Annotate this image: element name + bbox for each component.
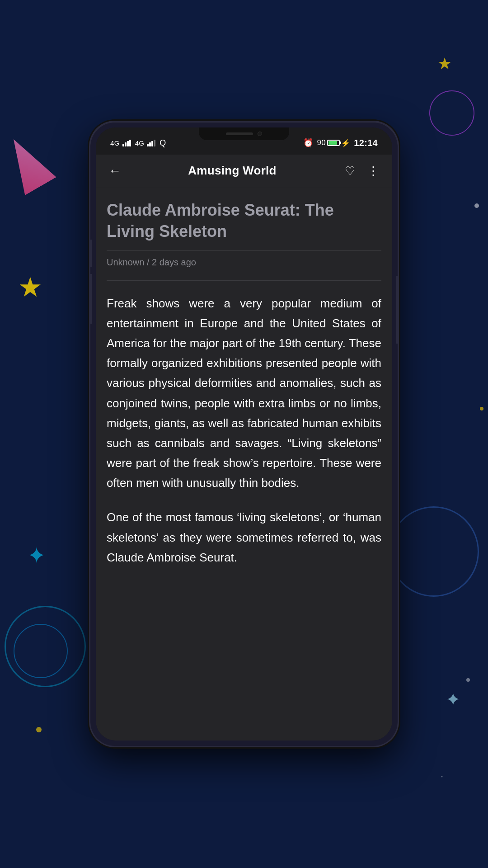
svg-rect-1 [125, 142, 127, 146]
phone-frame: 4G 4G Q ⏰ 90 [90, 122, 398, 746]
flame-decoration [0, 130, 56, 195]
time-display: 12:14 [354, 138, 378, 148]
star-decoration: ★ [437, 54, 452, 73]
star-decoration-2: ★ [18, 271, 42, 303]
signal-label-1: 4G [110, 139, 120, 147]
svg-rect-3 [129, 140, 131, 146]
inner-circle-decoration [14, 624, 68, 678]
divider-1 [107, 250, 381, 251]
more-options-icon: ⋮ [367, 165, 380, 177]
circle-right-decoration [429, 90, 474, 136]
phone-screen: 4G 4G Q ⏰ 90 [96, 127, 392, 741]
star-outline-2: ✦ [446, 689, 461, 710]
signal-label-2: 4G [135, 139, 145, 147]
power-button [396, 276, 398, 344]
search-status-icon: Q [160, 138, 166, 148]
dot-4 [466, 678, 470, 682]
svg-rect-5 [149, 142, 151, 146]
content-area[interactable]: Claude Ambroise Seurat: The Living Skele… [96, 187, 392, 741]
camera [258, 132, 262, 136]
volume-buttons [90, 240, 92, 324]
dot-2 [480, 407, 483, 410]
status-left: 4G 4G Q [110, 138, 166, 148]
svg-rect-4 [147, 144, 149, 146]
svg-rect-7 [154, 140, 155, 146]
svg-rect-6 [151, 141, 153, 146]
svg-rect-0 [122, 144, 124, 146]
battery-fill [328, 141, 337, 145]
favorite-button[interactable]: ♡ [340, 161, 360, 181]
alarm-icon: ⏰ [303, 138, 313, 148]
divider-2 [107, 280, 381, 281]
notch [199, 127, 289, 140]
app-bar-actions: ♡ ⋮ [340, 161, 383, 181]
article-paragraph-2: One of the most famous ‘living skeletons… [107, 507, 381, 567]
battery-indicator: 90 ⚡ [317, 138, 351, 147]
dot-1 [474, 203, 479, 208]
volume-down-button [90, 274, 92, 324]
app-bar: ← Amusing World ♡ ⋮ [96, 155, 392, 187]
teal-star: ✦ [27, 542, 46, 569]
star-outline-decoration [441, 776, 443, 778]
battery-percent: 90 [317, 138, 326, 147]
article-paragraph-1: Freak shows were a very popular medium o… [107, 293, 381, 493]
article-body: Freak shows were a very popular medium o… [107, 293, 381, 567]
svg-rect-2 [127, 141, 129, 146]
dot-3 [36, 727, 42, 732]
app-title: Amusing World [125, 164, 340, 178]
signal-bars-2 [147, 139, 157, 146]
back-button[interactable]: ← [105, 161, 125, 181]
article-meta: Unknown / 2 days ago [107, 257, 381, 268]
large-circle-decoration [389, 506, 479, 597]
charging-icon: ⚡ [341, 139, 350, 147]
volume-up-button [90, 240, 92, 267]
speaker [226, 132, 253, 135]
more-options-button[interactable]: ⋮ [363, 161, 383, 181]
article-title: Claude Ambroise Seurat: The Living Skele… [107, 200, 381, 242]
back-arrow-icon: ← [108, 165, 121, 177]
signal-bars-1 [122, 139, 132, 146]
status-right: ⏰ 90 ⚡ 12:14 [303, 138, 378, 148]
circle-decoration [5, 606, 86, 687]
heart-icon: ♡ [345, 165, 355, 177]
battery-icon [327, 140, 340, 146]
